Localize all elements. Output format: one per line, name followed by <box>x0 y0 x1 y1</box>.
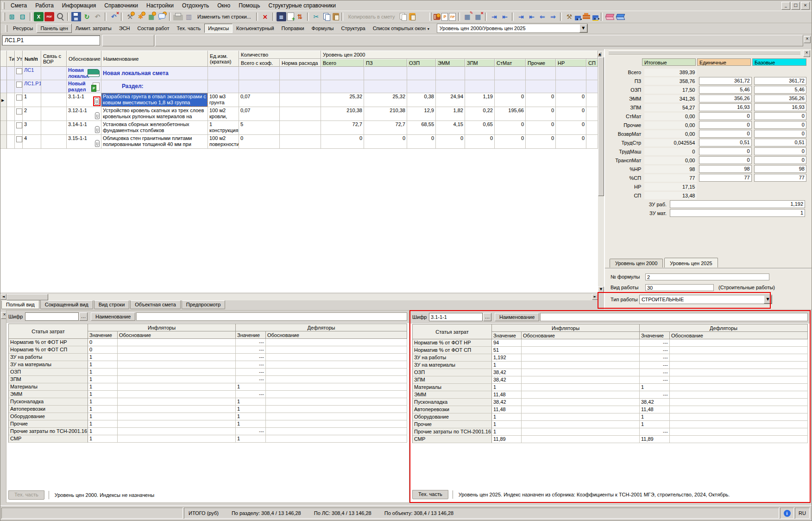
cell-vor[interactable] <box>41 80 67 93</box>
cell-norma[interactable] <box>280 121 321 135</box>
deflator-value-cell[interactable]: --- <box>640 428 670 436</box>
deflator-basis-cell[interactable] <box>670 436 808 443</box>
cell-qty[interactable] <box>239 80 280 93</box>
inflator-basis-cell[interactable] <box>522 362 640 369</box>
cell-num[interactable]: ЛС1 <box>23 67 41 80</box>
deflator-value-cell[interactable]: --- <box>236 354 266 361</box>
scrollbar-thumb[interactable] <box>6 294 48 300</box>
cell-ti[interactable] <box>7 80 15 93</box>
deflator-value-cell[interactable]: 1 <box>236 413 266 420</box>
unit-value-field[interactable]: 0 <box>699 130 751 138</box>
deflator-basis-cell[interactable] <box>266 406 407 413</box>
inflator-basis-cell[interactable] <box>522 413 640 421</box>
inflator-basis-cell[interactable] <box>522 369 640 376</box>
deflator-basis-cell[interactable] <box>670 339 808 347</box>
pr-page-icon[interactable] <box>449 13 456 21</box>
cell-unit[interactable]: 100 м2 кровли, <box>208 107 239 121</box>
cell-prochie[interactable]: 0 <box>526 107 556 121</box>
deflator-value-cell[interactable]: --- <box>236 428 266 435</box>
cell-nr[interactable]: 0 <box>556 93 586 107</box>
deflator-value-cell[interactable]: --- <box>640 339 670 347</box>
deflator-value-cell[interactable]: --- <box>236 361 266 369</box>
menu-item[interactable]: Помощь <box>234 1 264 10</box>
cell-num[interactable]: 3 <box>23 121 41 135</box>
cell-pz[interactable]: 25,32 <box>364 93 407 107</box>
inflator-value-cell[interactable]: 0 <box>88 339 118 346</box>
zu-mat-field[interactable]: 1 <box>670 209 805 217</box>
deflator-basis-cell[interactable] <box>266 361 407 369</box>
panel-tab[interactable]: Тех. часть <box>173 24 204 33</box>
cell-sp[interactable] <box>586 93 598 107</box>
menu-item[interactable]: Справочники <box>100 1 142 10</box>
deflator-basis-cell[interactable] <box>670 406 808 413</box>
deflator-basis-cell[interactable] <box>266 354 407 361</box>
copy-doc-icon[interactable] <box>398 12 408 21</box>
inflator-basis-cell[interactable] <box>522 376 640 384</box>
copy-icon[interactable] <box>322 12 332 21</box>
unit-value-field[interactable]: 0,51 <box>699 139 751 146</box>
cell-vsego[interactable] <box>321 67 364 80</box>
panel-tab[interactable]: Конъюнктурный <box>233 24 278 33</box>
cell-qty[interactable]: 0 <box>239 135 280 149</box>
cell-prochie[interactable]: 0 <box>526 135 556 149</box>
tab-tech-part[interactable]: Тех. часть <box>412 490 448 499</box>
cell-ti[interactable] <box>7 93 15 107</box>
panel-tab[interactable]: Ресурсы <box>9 24 37 33</box>
cell-nr[interactable]: 0 <box>556 107 586 121</box>
inflator-value-cell[interactable]: 11,48 <box>492 391 522 399</box>
inflator-basis-cell[interactable] <box>118 398 236 406</box>
table-row[interactable]: 1 3.1-1-1 Разработка грунта в отвал экск… <box>0 93 598 107</box>
menu-item[interactable]: Работа <box>31 1 58 10</box>
cell-vsego[interactable]: 210,38 <box>321 107 364 121</box>
deflator-basis-cell[interactable] <box>266 369 407 376</box>
base-value-field[interactable]: 0 <box>754 156 806 164</box>
cell-nr[interactable]: 0 <box>556 135 586 149</box>
menu-item[interactable]: Информация <box>58 1 100 10</box>
deflator-value-cell[interactable]: --- <box>640 369 670 376</box>
inflator-basis-cell[interactable] <box>522 421 640 428</box>
cell-unit[interactable]: 100 м3 грунта <box>208 93 239 107</box>
panel-tab[interactable]: Лимит. затраты <box>72 24 115 33</box>
cell-basis[interactable]: 3.1-1-1 <box>67 93 101 107</box>
scroll-down-icon[interactable]: ▼ <box>598 286 604 292</box>
inflator-basis-cell[interactable] <box>118 435 236 443</box>
cell-sp[interactable] <box>586 67 598 80</box>
cell-ozp[interactable]: 0 <box>407 135 436 149</box>
cell-basis[interactable]: Новый раздел <box>67 80 101 93</box>
paste-icon[interactable] <box>333 13 339 20</box>
cell-name[interactable]: Облицовка стен гранитными плитами полиро… <box>101 135 208 149</box>
cell-emm[interactable] <box>436 67 465 80</box>
deflator-value-cell[interactable]: --- <box>236 369 266 376</box>
inflator-value-cell[interactable]: 38,42 <box>492 376 522 384</box>
inflator-value-cell[interactable]: 51 <box>492 347 522 354</box>
base-value-field[interactable]: 0 <box>754 112 806 120</box>
cell-nr[interactable] <box>556 80 586 93</box>
deflator-value-cell[interactable]: --- <box>640 362 670 369</box>
deflator-basis-cell[interactable] <box>670 347 808 354</box>
language-indicator[interactable]: RU <box>795 508 810 519</box>
inflator-value-cell[interactable]: 1 <box>88 376 118 383</box>
cell-ti[interactable] <box>7 107 15 121</box>
cell-vor[interactable] <box>41 107 67 121</box>
inflator-value-cell[interactable]: 1 <box>492 413 522 421</box>
save-icon[interactable] <box>71 12 81 21</box>
zu-rab-field[interactable]: 1,192 <box>670 200 805 208</box>
cell-nr[interactable] <box>556 67 586 80</box>
deflator-basis-cell[interactable] <box>266 391 407 398</box>
menu-item[interactable]: Структурные справочники <box>264 1 340 10</box>
cell-vsego[interactable] <box>321 80 364 93</box>
cell-prochie[interactable] <box>526 67 556 80</box>
deflator-basis-cell[interactable] <box>266 339 407 346</box>
cell-unit[interactable]: 1 конструкция <box>208 121 239 135</box>
browse-button[interactable]: … <box>79 312 88 321</box>
view-tab[interactable]: Сокращенный вид <box>40 300 93 309</box>
cell-stmat[interactable]: 0 <box>495 93 526 107</box>
inflator-value-cell[interactable]: 1 <box>88 369 118 376</box>
base-value-field[interactable]: 0 <box>754 121 806 129</box>
cell-name[interactable]: Установка сборных железобетонных фундаме… <box>101 121 208 135</box>
cell-unit[interactable]: 100 м2 поверхности <box>208 135 239 149</box>
panel-tab[interactable]: ЭСН <box>115 24 134 33</box>
deflator-basis-cell[interactable] <box>266 383 407 391</box>
deflator-value-cell[interactable]: --- <box>236 376 266 383</box>
inflator-value-cell[interactable]: 11,48 <box>492 406 522 413</box>
